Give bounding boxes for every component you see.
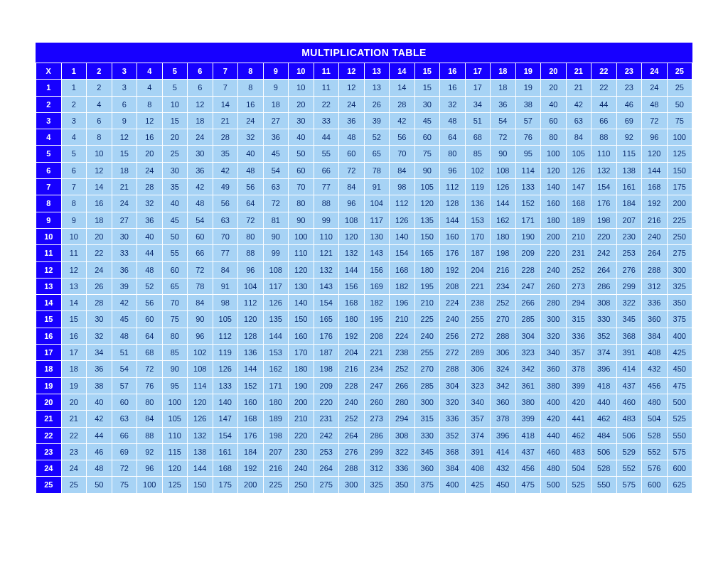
col-header: 20 bbox=[541, 63, 567, 80]
value-cell: 112 bbox=[213, 328, 238, 344]
value-cell: 144 bbox=[642, 162, 668, 178]
table-row: 1919385776951141331521711902092282472662… bbox=[36, 377, 692, 394]
value-cell: 150 bbox=[667, 162, 692, 178]
value-cell: 38 bbox=[515, 96, 541, 112]
value-cell: 450 bbox=[491, 477, 516, 493]
row-header: 1 bbox=[36, 80, 62, 96]
col-header: 1 bbox=[61, 63, 87, 80]
value-cell: 342 bbox=[515, 361, 541, 377]
value-cell: 75 bbox=[112, 477, 137, 493]
value-cell: 288 bbox=[339, 460, 365, 477]
table-row: 1313263952657891104117130143156169182195… bbox=[36, 278, 692, 294]
value-cell: 28 bbox=[87, 295, 112, 311]
value-cell: 625 bbox=[667, 477, 692, 493]
value-cell: 80 bbox=[440, 146, 466, 162]
value-cell: 264 bbox=[592, 261, 617, 278]
value-cell: 16 bbox=[238, 96, 264, 112]
value-cell: 6 bbox=[112, 96, 137, 112]
value-cell: 5 bbox=[162, 80, 188, 96]
value-cell: 7 bbox=[213, 80, 238, 96]
value-cell: 120 bbox=[162, 460, 188, 477]
value-cell: 140 bbox=[289, 295, 314, 311]
value-cell: 12 bbox=[137, 112, 163, 129]
value-cell: 110 bbox=[289, 245, 314, 261]
value-cell: 220 bbox=[541, 245, 567, 261]
value-cell: 154 bbox=[213, 427, 238, 443]
col-header: 11 bbox=[314, 63, 339, 80]
value-cell: 224 bbox=[440, 295, 466, 311]
value-cell: 12 bbox=[188, 96, 213, 112]
col-header: 7 bbox=[213, 63, 238, 80]
value-cell: 204 bbox=[465, 261, 491, 278]
value-cell: 120 bbox=[414, 195, 440, 212]
value-cell: 357 bbox=[465, 411, 491, 427]
value-cell: 550 bbox=[667, 427, 692, 443]
value-cell: 9 bbox=[263, 80, 289, 96]
value-cell: 112 bbox=[440, 179, 466, 195]
value-cell: 90 bbox=[188, 311, 213, 328]
value-cell: 165 bbox=[314, 311, 339, 328]
value-cell: 45 bbox=[112, 311, 137, 328]
value-cell: 25 bbox=[162, 146, 188, 162]
value-cell: 462 bbox=[566, 427, 592, 443]
value-cell: 325 bbox=[364, 477, 390, 493]
value-cell: 92 bbox=[616, 129, 642, 146]
col-header: 15 bbox=[414, 63, 440, 80]
table-row: 1818365472901081261441621801982162342522… bbox=[36, 361, 692, 377]
table-row: 2525507510012515017520022525027530032535… bbox=[36, 477, 692, 493]
value-cell: 600 bbox=[667, 460, 692, 477]
value-cell: 12 bbox=[339, 80, 365, 96]
value-cell: 96 bbox=[238, 261, 264, 278]
value-cell: 240 bbox=[414, 328, 440, 344]
value-cell: 336 bbox=[440, 411, 466, 427]
value-cell: 63 bbox=[263, 179, 289, 195]
value-cell: 64 bbox=[238, 195, 264, 212]
value-cell: 480 bbox=[642, 394, 668, 410]
value-cell: 46 bbox=[87, 443, 112, 460]
value-cell: 44 bbox=[314, 129, 339, 146]
value-cell: 3 bbox=[112, 80, 137, 96]
value-cell: 528 bbox=[642, 427, 668, 443]
value-cell: 80 bbox=[137, 394, 163, 410]
value-cell: 260 bbox=[364, 394, 390, 410]
value-cell: 475 bbox=[515, 477, 541, 493]
value-cell: 210 bbox=[414, 295, 440, 311]
value-cell: 336 bbox=[566, 328, 592, 344]
row-header: 5 bbox=[36, 146, 62, 162]
value-cell: 304 bbox=[440, 377, 466, 394]
value-cell: 484 bbox=[592, 427, 617, 443]
value-cell: 84 bbox=[339, 179, 365, 195]
row-header: 19 bbox=[36, 377, 62, 394]
value-cell: 8 bbox=[61, 195, 87, 212]
value-cell: 72 bbox=[238, 212, 264, 228]
value-cell: 14 bbox=[61, 295, 87, 311]
value-cell: 140 bbox=[390, 228, 415, 244]
value-cell: 160 bbox=[289, 328, 314, 344]
value-cell: 480 bbox=[541, 460, 567, 477]
value-cell: 52 bbox=[364, 129, 390, 146]
value-cell: 231 bbox=[314, 411, 339, 427]
value-cell: 252 bbox=[339, 411, 365, 427]
value-cell: 30 bbox=[414, 96, 440, 112]
value-cell: 36 bbox=[87, 361, 112, 377]
value-cell: 184 bbox=[616, 195, 642, 212]
value-cell: 374 bbox=[592, 345, 617, 361]
value-cell: 44 bbox=[592, 96, 617, 112]
value-cell: 204 bbox=[339, 345, 365, 361]
value-cell: 115 bbox=[162, 443, 188, 460]
value-cell: 396 bbox=[592, 361, 617, 377]
value-cell: 88 bbox=[137, 427, 163, 443]
value-cell: 30 bbox=[87, 311, 112, 328]
value-cell: 420 bbox=[566, 394, 592, 410]
value-cell: 300 bbox=[667, 261, 692, 278]
value-cell: 120 bbox=[188, 394, 213, 410]
value-cell: 3 bbox=[61, 112, 87, 129]
value-cell: 462 bbox=[592, 411, 617, 427]
value-cell: 384 bbox=[440, 460, 466, 477]
value-cell: 552 bbox=[616, 460, 642, 477]
value-cell: 50 bbox=[87, 477, 112, 493]
value-cell: 220 bbox=[592, 228, 617, 244]
value-cell: 21 bbox=[112, 179, 137, 195]
value-cell: 28 bbox=[213, 129, 238, 146]
value-cell: 500 bbox=[541, 477, 567, 493]
